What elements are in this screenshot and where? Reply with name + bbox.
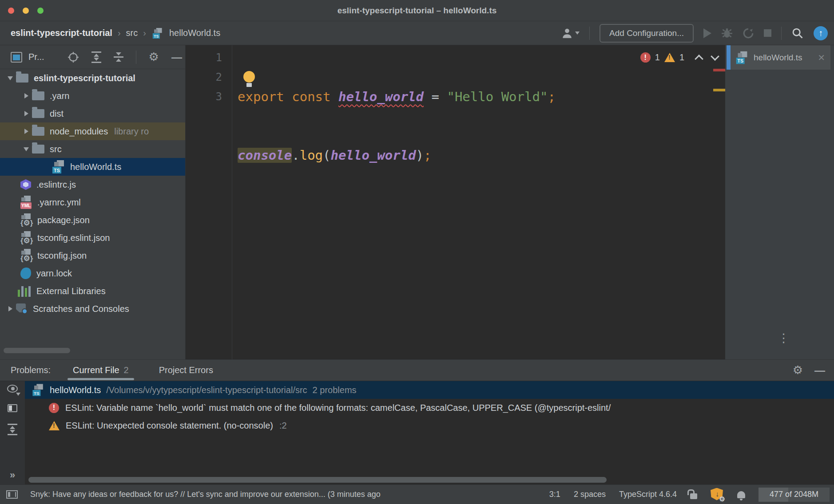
folder-icon bbox=[32, 145, 44, 154]
project-panel-title[interactable]: Pr... bbox=[11, 52, 44, 63]
library-root-label: library ro bbox=[114, 126, 149, 137]
breadcrumb-src[interactable]: src bbox=[126, 28, 138, 38]
warning-stripe-mark[interactable] bbox=[713, 89, 725, 91]
stop-icon[interactable] bbox=[764, 29, 771, 37]
code-line-3[interactable] bbox=[238, 204, 556, 224]
tab-project-errors[interactable]: Project Errors bbox=[155, 360, 217, 381]
indent-setting[interactable]: 2 spaces bbox=[574, 490, 606, 499]
error-stripe-mark[interactable] bbox=[713, 69, 725, 71]
locate-file-icon[interactable] bbox=[68, 51, 79, 63]
code-area[interactable]: export const hello_world = "Hello World"… bbox=[232, 45, 556, 359]
code-line-1[interactable]: export const hello_world = "Hello World"… bbox=[238, 87, 556, 106]
header-divider bbox=[136, 51, 136, 64]
typescript-version[interactable]: TypeScript 4.6.4 bbox=[619, 490, 677, 499]
code-editor[interactable]: 1 2 3 export const hello_world = "Hello … bbox=[186, 45, 725, 359]
next-problem-icon[interactable] bbox=[711, 52, 719, 61]
more-actions-icon[interactable]: » bbox=[10, 469, 15, 481]
tree-item-yarnrc-file[interactable]: YML .yarnrc.yml bbox=[0, 193, 185, 211]
problem-count-badge: 2 bbox=[124, 365, 129, 375]
tree-item-scratches[interactable]: Scratches and Consoles bbox=[0, 300, 185, 318]
toolbar-divider bbox=[781, 27, 782, 40]
problem-row-error[interactable]: ! ESLint: Variable name `hello_world` mu… bbox=[25, 399, 834, 417]
expand-collapse-icon[interactable] bbox=[8, 424, 17, 435]
tree-item-dist-folder[interactable]: dist bbox=[0, 105, 185, 122]
problems-side-toolbar: » bbox=[0, 381, 25, 484]
chevron-right-icon[interactable] bbox=[20, 111, 32, 116]
inspections-widget[interactable]: ! 1 1 bbox=[640, 52, 720, 63]
editor-tab-helloworld[interactable]: TS helloWorld.ts ✕ bbox=[731, 45, 830, 70]
cursor-position[interactable]: 3:1 bbox=[549, 490, 560, 499]
tree-item-helloworld-file[interactable]: TS helloWorld.ts bbox=[0, 158, 185, 176]
active-tab-accent bbox=[727, 45, 731, 70]
problems-header: Problems: Current File 2 Project Errors … bbox=[0, 360, 834, 381]
tree-item-project-root[interactable]: eslint-typescript-tutorial bbox=[0, 69, 185, 87]
chevron-down-icon[interactable] bbox=[20, 147, 32, 151]
problem-row-warning[interactable]: ESLint: Unexpected console statement. (n… bbox=[25, 417, 834, 434]
chevron-right-icon[interactable] bbox=[20, 93, 32, 98]
tree-item-yarn-lock-file[interactable]: yarn.lock bbox=[0, 264, 185, 282]
project-panel-actions: ⚙ — bbox=[68, 50, 182, 64]
minimize-window-button[interactable] bbox=[23, 8, 29, 14]
tool-window-layout-icon[interactable] bbox=[6, 490, 18, 499]
dock-icon[interactable] bbox=[8, 404, 17, 412]
close-tab-icon[interactable]: ✕ bbox=[818, 52, 825, 63]
intention-lightbulb-icon[interactable] bbox=[243, 71, 255, 83]
debug-icon[interactable] bbox=[721, 28, 733, 39]
problems-label: Problems: bbox=[11, 365, 51, 375]
chevron-down-icon[interactable] bbox=[4, 76, 16, 80]
snyk-icon[interactable]: ↓⚙ bbox=[711, 488, 724, 501]
error-icon: ! bbox=[49, 403, 59, 413]
toolbar-divider bbox=[589, 27, 590, 40]
line-number: 1 bbox=[186, 48, 222, 67]
breadcrumb: eslint-typescript-tutorial src TS helloW… bbox=[11, 27, 220, 40]
problems-horizontal-scrollbar[interactable] bbox=[28, 477, 607, 483]
search-everywhere-icon[interactable] bbox=[791, 27, 804, 39]
problems-file-row[interactable]: TS helloWorld.ts /Volumes/v/yytypescript… bbox=[25, 381, 834, 399]
tree-item-node-modules-folder[interactable]: node_modules library ro bbox=[0, 122, 185, 140]
update-available-icon[interactable]: ↑ bbox=[814, 26, 828, 40]
hide-panel-icon[interactable]: — bbox=[171, 51, 182, 63]
close-window-button[interactable] bbox=[8, 8, 14, 14]
typescript-file-icon: TS bbox=[32, 384, 44, 396]
folder-icon bbox=[16, 74, 28, 83]
expand-all-icon[interactable] bbox=[91, 51, 101, 63]
chevron-right-icon[interactable] bbox=[4, 306, 16, 311]
tree-item-src-folder[interactable]: src bbox=[0, 140, 185, 158]
gear-icon[interactable]: ⚙ bbox=[149, 50, 159, 64]
tree-item-eslintrc-file[interactable]: .eslintrc.js bbox=[0, 176, 185, 193]
navigation-toolbar: eslint-typescript-tutorial src TS helloW… bbox=[0, 21, 834, 45]
yaml-file-icon: YML bbox=[20, 196, 32, 209]
status-message[interactable]: Snyk: Have any ideas or feedback for us?… bbox=[30, 490, 540, 499]
breadcrumb-project[interactable]: eslint-typescript-tutorial bbox=[11, 28, 112, 38]
unlock-icon[interactable] bbox=[690, 493, 697, 499]
hide-panel-icon[interactable]: — bbox=[814, 364, 825, 377]
run-icon[interactable] bbox=[703, 28, 711, 38]
user-account-icon[interactable] bbox=[561, 28, 580, 39]
tree-item-package-json-file[interactable]: {⚙} package.json bbox=[0, 211, 185, 229]
main-content: Pr... ⚙ — bbox=[0, 45, 834, 359]
add-configuration-button[interactable]: Add Configuration... bbox=[600, 24, 694, 43]
tab-current-file[interactable]: Current File 2 bbox=[69, 360, 132, 381]
code-line-2[interactable]: console.log(hello_world); bbox=[238, 146, 556, 165]
tree-item-tsconfig-file[interactable]: {⚙} tsconfig.json bbox=[0, 247, 185, 264]
collapse-all-icon[interactable] bbox=[114, 52, 123, 62]
memory-indicator[interactable]: 477 of 2048M bbox=[759, 488, 830, 502]
notifications-bell-icon[interactable] bbox=[737, 491, 745, 498]
kebab-menu-icon[interactable]: ⋮ bbox=[778, 336, 790, 340]
profiler-icon[interactable] bbox=[743, 28, 754, 39]
gear-icon[interactable]: ⚙ bbox=[793, 363, 803, 377]
problems-list: TS helloWorld.ts /Volumes/v/yytypescript… bbox=[25, 381, 834, 484]
chevron-right-icon[interactable] bbox=[20, 129, 32, 134]
external-libraries-icon bbox=[18, 285, 31, 297]
project-horizontal-scrollbar[interactable] bbox=[4, 348, 70, 353]
error-count: 1 bbox=[655, 52, 660, 63]
tree-item-yarn-folder[interactable]: .yarn bbox=[0, 87, 185, 105]
zoom-window-button[interactable] bbox=[37, 8, 44, 14]
view-options-icon[interactable] bbox=[7, 385, 18, 393]
line-number: 2 bbox=[186, 67, 222, 87]
tree-item-external-libraries[interactable]: External Libraries bbox=[0, 282, 185, 300]
breadcrumb-file[interactable]: helloWorld.ts bbox=[169, 28, 220, 38]
project-tool-window: Pr... ⚙ — bbox=[0, 45, 186, 359]
previous-problem-icon[interactable] bbox=[695, 55, 703, 63]
tree-item-tsconfig-eslint-file[interactable]: {⚙} tsconfig.eslint.json bbox=[0, 229, 185, 247]
